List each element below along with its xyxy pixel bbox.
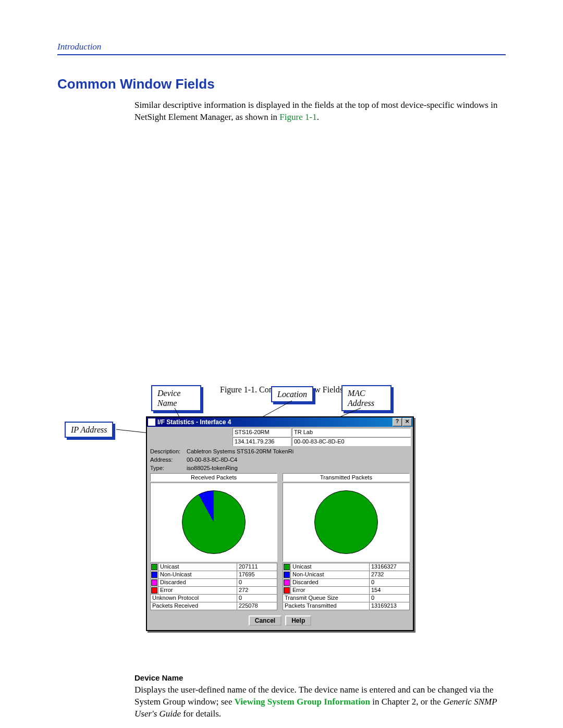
pie-transmitted (314, 490, 378, 554)
row-address: Address:00-00-83-8C-8D-C4 (147, 455, 413, 464)
help-text-button[interactable]: Help (285, 615, 311, 626)
def-device-name: Displays the user-defined name of the de… (134, 684, 506, 720)
legend-received: Unicast207111Non-Unicast17695Discarded0E… (150, 563, 277, 610)
legend-row: Discarded0 (151, 578, 277, 586)
legend-row: Unicast13166327 (283, 563, 410, 571)
legend-row: Error154 (283, 586, 410, 594)
close-button[interactable]: ✕ (402, 418, 412, 426)
legend-row: Non-Unicast17695 (151, 571, 277, 578)
row-type: Type:iso88025-tokenRing (147, 464, 413, 472)
legend-extra-row: Packets Transmitted13169213 (283, 602, 410, 610)
legend-row: Unicast207111 (151, 563, 277, 571)
intro-text-2: . (317, 112, 319, 122)
legend-row: Error272 (151, 586, 277, 594)
intro-paragraph: Similar descriptive information is displ… (134, 100, 506, 124)
chart-title-received: Received Packets (150, 473, 277, 482)
legend-row: Discarded0 (283, 578, 410, 586)
window-titlebar: I/F Statistics - Interface 4 ? ✕ (147, 417, 413, 427)
term-device-name: Device Name (134, 673, 506, 683)
callout-device-name: Device Name (151, 385, 201, 411)
chart-transmitted: Transmitted Packets Unicast13166327Non-U… (283, 473, 410, 610)
legend-row: Non-Unicast2732 (283, 571, 410, 578)
field-device-name: STS16-20RM (232, 428, 291, 437)
field-ip-address: 134.141.79.236 (232, 437, 291, 446)
page-header: Introduction (57, 42, 506, 52)
legend-extra-row: Transmit Queue Size0 (283, 594, 410, 602)
field-location: TR Lab (292, 428, 411, 437)
callout-location: Location (271, 386, 313, 402)
pie-received (182, 490, 246, 554)
header-rule (57, 54, 506, 55)
chart-title-transmitted: Transmitted Packets (283, 473, 410, 482)
figure-ref-link[interactable]: Figure 1-1 (279, 112, 316, 122)
callout-mac-address: MAC Address (341, 385, 391, 411)
callout-ip-address: IP Address (65, 422, 113, 438)
app-icon (148, 418, 155, 426)
figure-1-1: Device Name IP Address Location MAC Addr… (57, 385, 506, 661)
help-button[interactable]: ? (393, 418, 402, 426)
window-screenshot: I/F Statistics - Interface 4 ? ✕ STS16-2… (146, 416, 414, 631)
legend-extra-row: Packets Received225078 (151, 602, 277, 610)
field-mac-address: 00-00-83-8C-8D-E0 (292, 437, 411, 446)
legend-extra-row: Unknown Protocol0 (151, 594, 277, 602)
cancel-button[interactable]: Cancel (249, 615, 282, 626)
legend-transmitted: Unicast13166327Non-Unicast2732Discarded0… (283, 563, 410, 610)
link-system-group-1[interactable]: Viewing System Group Information (235, 697, 370, 707)
window-title: I/F Statistics - Interface 4 (157, 418, 231, 426)
row-description: Description:Cabletron Systems STS16-20RM… (147, 447, 413, 455)
chart-received: Received Packets Unicast207111Non-Unicas… (150, 473, 277, 610)
section-title: Common Window Fields (57, 76, 506, 92)
